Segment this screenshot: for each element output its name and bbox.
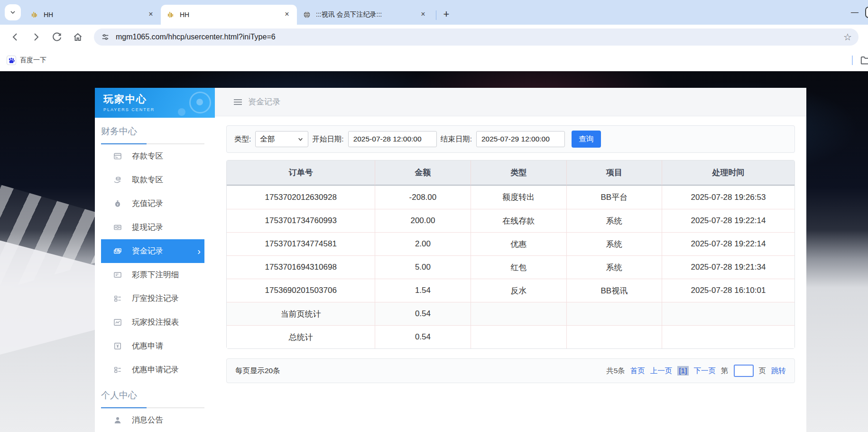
table-cell: 0.54	[375, 302, 470, 325]
bookmark-label: 百度一下	[20, 56, 46, 65]
column-header: 订单号	[227, 160, 375, 186]
chevron-right-icon: ›	[197, 246, 201, 256]
table-cell: 2025-07-28 19:21:34	[662, 255, 794, 279]
type-select-value: 全部	[260, 134, 275, 144]
list-icon	[113, 270, 122, 280]
sidebar-item-lottery-bet-details[interactable]: 彩票下注明细	[101, 263, 204, 287]
table-cell	[566, 325, 662, 348]
type-select[interactable]: 全部	[255, 131, 308, 147]
table-header-row: 订单号金额类型项目处理时间	[227, 160, 794, 186]
table-cell: 1753701694310698	[227, 255, 375, 279]
type-label: 类型:	[234, 134, 251, 144]
baidu-paw-icon	[7, 56, 16, 65]
table-cell: -208.00	[375, 186, 470, 209]
bookmark-item-baidu[interactable]: 百度一下	[7, 56, 46, 65]
url-text[interactable]: mgm1065.com/hhcp/usercenter.html?iniType…	[116, 33, 839, 41]
chevron-down-icon	[297, 136, 304, 142]
sidebar-item-label: 玩家投注报表	[132, 317, 179, 328]
table-cell: 优惠	[471, 232, 566, 255]
banknote-icon	[113, 223, 122, 232]
sidebar-item-withdrawal-records[interactable]: 提现记录	[101, 216, 204, 239]
table-cell: 2025-07-28 19:22:14	[662, 232, 794, 255]
folder-icon[interactable]	[859, 54, 868, 66]
bookmark-star-icon[interactable]: ☆	[843, 31, 852, 43]
funds-records-table: 订单号金额类型项目处理时间 1753702012630928-208.00额度转…	[226, 160, 795, 349]
home-icon[interactable]	[72, 31, 83, 43]
prev-page-link[interactable]: 上一页	[650, 366, 673, 376]
back-icon[interactable]	[9, 31, 21, 43]
table-cell: 在线存款	[471, 209, 566, 232]
maximize-button[interactable]	[865, 7, 868, 18]
sidebar-item-promo-apply[interactable]: 优惠申请	[101, 334, 204, 358]
filter-bar: 类型: 全部 开始日期: 结束日期: 查询	[226, 125, 795, 153]
table-cell	[566, 302, 662, 325]
sidebar-item-label: 取款专区	[132, 175, 163, 185]
sidebar-item-deposit-zone[interactable]: 存款专区	[101, 144, 204, 168]
grid-list-icon	[113, 294, 122, 303]
table-cell: BB视讯	[566, 279, 662, 302]
address-bar[interactable]: mgm1065.com/hhcp/usercenter.html?iniType…	[94, 28, 859, 46]
new-tab-button[interactable]: +	[439, 8, 453, 22]
sidebar-item-promo-apply-records[interactable]: 优惠申请记录	[101, 358, 204, 382]
sidebar-item-hall-bet-records[interactable]: 厅室投注记录	[101, 287, 204, 310]
table-cell: 1753702012630928	[227, 186, 375, 209]
forward-icon[interactable]	[30, 31, 42, 43]
person-icon	[113, 415, 122, 425]
sidebar-item-recharge-records[interactable]: 充值记录	[101, 192, 204, 216]
sidebar-item-label: 资金记录	[132, 246, 163, 256]
column-header: 项目	[566, 160, 662, 186]
total-count-text: 共5条	[606, 366, 625, 376]
table-cell: 红包	[471, 255, 566, 279]
table-cell: 200.00	[375, 209, 470, 232]
sidebar-item-label: 厅室投注记录	[132, 293, 179, 304]
chevron-down-icon	[9, 9, 17, 16]
table-cell: 系统	[566, 209, 662, 232]
hamburger-icon[interactable]	[234, 98, 242, 106]
tab-separator	[436, 10, 436, 20]
start-date-input[interactable]	[348, 131, 437, 147]
table-cell: 系统	[566, 255, 662, 279]
end-date-input[interactable]	[476, 131, 565, 147]
bookmarks-bar: 百度一下	[0, 49, 868, 71]
tab-search-button[interactable]	[5, 4, 21, 20]
browser-tab-strip: HH × HH × :::视讯 会员下注纪录::: × + —	[0, 0, 868, 25]
sidebar-item-withdraw-zone[interactable]: 取款专区	[101, 168, 204, 192]
sidebar-item-funds-records[interactable]: 资金记录›	[101, 239, 204, 263]
sidebar-banner: 玩家中心 PLAYERS CENTER	[95, 88, 215, 118]
table-cell: 系统	[566, 232, 662, 255]
window-controls: —	[844, 0, 868, 25]
tab-close-icon[interactable]: ×	[147, 10, 155, 19]
minimize-button[interactable]: —	[844, 8, 865, 17]
card-icon	[113, 151, 122, 161]
next-page-link[interactable]: 下一页	[694, 366, 716, 376]
summary-row: 总统计0.54	[227, 325, 794, 348]
reload-icon[interactable]	[51, 31, 63, 43]
browser-tab-3[interactable]: :::视讯 会员下注纪录::: ×	[297, 5, 433, 25]
table-cell	[471, 302, 566, 325]
table-cell: 1753690201503706	[227, 279, 375, 302]
start-date-label: 开始日期:	[312, 134, 343, 144]
sidebar-item-player-bet-report[interactable]: 玩家投注报表	[101, 310, 204, 334]
sidebar-item-messages[interactable]: 消息公告	[101, 408, 204, 432]
site-settings-icon[interactable]	[101, 32, 110, 42]
first-page-link[interactable]: 首页	[630, 366, 645, 376]
page-jump-input[interactable]	[734, 365, 754, 377]
sidebar-item-label: 彩票下注明细	[132, 270, 179, 280]
sidebar: 玩家中心 PLAYERS CENTER 财务中心存款专区取款专区充值记录提现记录…	[95, 88, 215, 432]
table-cell: 2025-07-28 19:26:53	[662, 186, 794, 209]
browser-tab-2-active[interactable]: HH ×	[161, 5, 297, 25]
tab-close-icon[interactable]: ×	[283, 10, 291, 19]
current-page-badge: [1]	[677, 366, 688, 376]
jump-link[interactable]: 跳转	[771, 366, 786, 376]
query-button[interactable]: 查询	[572, 131, 601, 148]
table-cell: 1753701734760993	[227, 209, 375, 232]
table-row: 1753701734760993200.00在线存款系统2025-07-28 1…	[227, 209, 794, 232]
jump-suffix-label: 页	[759, 366, 766, 376]
browser-tab-1[interactable]: HH ×	[25, 5, 161, 25]
sidebar-section-title: 财务中心	[101, 125, 204, 138]
tab-close-icon[interactable]: ×	[419, 10, 427, 19]
table-cell: 反水	[471, 279, 566, 302]
page-background: 玩家中心 PLAYERS CENTER 财务中心存款专区取款专区充值记录提现记录…	[0, 71, 868, 432]
tab-title: HH	[44, 11, 147, 19]
moneybag-icon	[113, 199, 122, 208]
